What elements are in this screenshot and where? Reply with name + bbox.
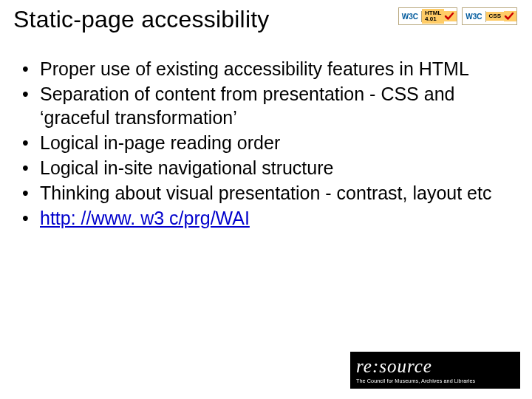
slide-title: Static-page accessibility: [13, 6, 269, 33]
list-item: Separation of content from presentation …: [19, 82, 519, 129]
wai-link[interactable]: http: //www. w3 c/prg/WAI: [40, 208, 250, 228]
bullet-list: Proper use of existing accessibility fea…: [13, 57, 519, 230]
list-item: http: //www. w3 c/prg/WAI: [19, 206, 519, 230]
html-version: HTML 4.01: [422, 9, 444, 24]
w3c-label: W3C: [399, 11, 422, 22]
w3c-css-badge: W3C CSS: [462, 7, 517, 25]
resource-logo: re:source The Council for Museums, Archi…: [350, 352, 520, 389]
w3c-html-badge: W3C HTML 4.01: [398, 7, 457, 25]
list-item: Logical in-site navigational structure: [19, 156, 519, 180]
slide: Static-page accessibility W3C HTML 4.01 …: [0, 0, 532, 399]
list-item: Logical in-page reading order: [19, 131, 519, 154]
brand-subtitle: The Council for Museums, Archives and Li…: [356, 378, 514, 384]
checkmark-icon: [504, 11, 516, 21]
list-item: Proper use of existing accessibility fea…: [19, 57, 519, 81]
list-item: Thinking about visual presentation - con…: [19, 181, 519, 205]
w3c-label: W3C: [463, 11, 485, 22]
css-label: CSS: [486, 12, 504, 21]
validation-badges: W3C HTML 4.01 W3C CSS: [398, 7, 517, 25]
brand-name: re:source: [356, 357, 514, 375]
checkmark-icon: [444, 11, 457, 21]
header-row: Static-page accessibility W3C HTML 4.01 …: [13, 6, 519, 33]
